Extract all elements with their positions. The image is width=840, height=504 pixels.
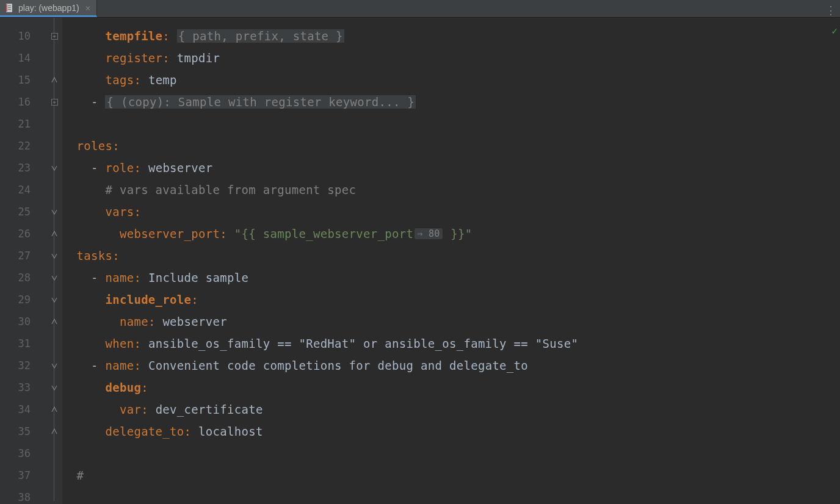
fold-collapse-icon[interactable] bbox=[51, 253, 58, 259]
line-number[interactable]: 10 bbox=[0, 25, 46, 47]
fold-expand-icon[interactable]: + bbox=[51, 99, 58, 106]
code-line: when: ansible_os_family == "RedHat" or a… bbox=[62, 333, 840, 355]
line-number[interactable]: 34 bbox=[0, 398, 46, 420]
line-number[interactable]: 25 bbox=[0, 201, 46, 223]
fold-end-icon[interactable] bbox=[51, 231, 58, 237]
tab-title: play: (webapp1) bbox=[18, 3, 79, 13]
code-line: var: dev_certificate bbox=[62, 398, 840, 420]
line-number[interactable]: 32 bbox=[0, 355, 46, 376]
line-number[interactable]: 23 bbox=[0, 157, 46, 179]
line-number[interactable]: 37 bbox=[0, 464, 46, 486]
line-number[interactable]: 29 bbox=[0, 289, 46, 311]
fold-collapse-icon[interactable] bbox=[51, 384, 58, 391]
line-number[interactable]: 21 bbox=[0, 113, 46, 135]
line-number[interactable]: 35 bbox=[0, 420, 46, 442]
line-number[interactable]: 26 bbox=[0, 223, 46, 245]
code-line: # bbox=[62, 464, 840, 486]
code-line: debug: bbox=[62, 376, 840, 398]
line-number[interactable]: 22 bbox=[0, 135, 46, 157]
code-line: tempfile: { path, prefix, state } bbox=[62, 25, 840, 47]
line-number[interactable]: 16 bbox=[0, 91, 46, 113]
fold-collapse-icon[interactable] bbox=[51, 275, 58, 281]
inline-hint: ⇒ 80 bbox=[415, 228, 442, 239]
fold-collapse-icon[interactable] bbox=[51, 209, 58, 215]
code-line: register: tmpdir bbox=[62, 47, 840, 69]
line-number[interactable]: 24 bbox=[0, 179, 46, 201]
svg-rect-3 bbox=[8, 9, 11, 10]
ansible-file-icon bbox=[5, 3, 15, 13]
close-icon[interactable]: × bbox=[85, 3, 90, 13]
code-line: webserver_port: "{{ sample_webserver_por… bbox=[62, 223, 840, 245]
code-line: include_role: bbox=[62, 289, 840, 311]
fold-gutter: + + bbox=[46, 18, 62, 504]
fold-end-icon[interactable] bbox=[51, 319, 58, 325]
code-line: # vars available from argument spec bbox=[62, 179, 840, 201]
line-number[interactable]: 14 bbox=[0, 47, 46, 69]
fold-collapse-icon[interactable] bbox=[51, 362, 58, 369]
code-editor[interactable]: ✓ 10 14 15 16 21 22 23 24 25 26 27 28 29… bbox=[0, 18, 840, 504]
code-line: - name: Include sample bbox=[62, 267, 840, 289]
code-content[interactable]: tempfile: { path, prefix, state } regist… bbox=[62, 18, 840, 504]
fold-collapse-icon[interactable] bbox=[51, 297, 58, 303]
fold-end-icon[interactable] bbox=[51, 428, 58, 435]
line-number[interactable]: 36 bbox=[0, 442, 46, 464]
line-number[interactable]: 33 bbox=[0, 376, 46, 398]
fold-end-icon[interactable] bbox=[51, 77, 58, 84]
svg-rect-2 bbox=[8, 7, 11, 8]
line-number-gutter: 10 14 15 16 21 22 23 24 25 26 27 28 29 3… bbox=[0, 18, 46, 504]
code-line bbox=[62, 442, 840, 464]
fold-collapse-icon[interactable] bbox=[51, 165, 58, 171]
line-number[interactable]: 30 bbox=[0, 311, 46, 333]
code-line: tags: temp bbox=[62, 69, 840, 91]
code-line: vars: bbox=[62, 201, 840, 223]
code-line: name: webserver bbox=[62, 311, 840, 333]
more-icon[interactable]: ⋮ bbox=[825, 4, 836, 16]
code-line: - { (copy): Sample with register keyword… bbox=[62, 91, 840, 113]
code-line: roles: bbox=[62, 135, 840, 157]
line-number[interactable]: 28 bbox=[0, 267, 46, 289]
line-number[interactable]: 31 bbox=[0, 333, 46, 355]
code-line: tasks: bbox=[62, 245, 840, 267]
editor-tab[interactable]: play: (webapp1) × bbox=[0, 0, 97, 17]
fold-end-icon[interactable] bbox=[51, 406, 58, 413]
line-number[interactable]: 27 bbox=[0, 245, 46, 267]
code-line bbox=[62, 486, 840, 504]
code-line: - role: webserver bbox=[62, 157, 840, 179]
svg-rect-1 bbox=[8, 5, 11, 6]
code-line bbox=[62, 113, 840, 135]
vertical-scrollbar[interactable] bbox=[833, 35, 840, 504]
line-number[interactable]: 38 bbox=[0, 486, 46, 504]
code-line: - name: Convenient code completions for … bbox=[62, 355, 840, 376]
tab-bar: play: (webapp1) × ⋮ bbox=[0, 0, 840, 18]
code-line: delegate_to: localhost bbox=[62, 420, 840, 442]
fold-expand-icon[interactable]: + bbox=[51, 33, 58, 40]
line-number[interactable]: 15 bbox=[0, 69, 46, 91]
